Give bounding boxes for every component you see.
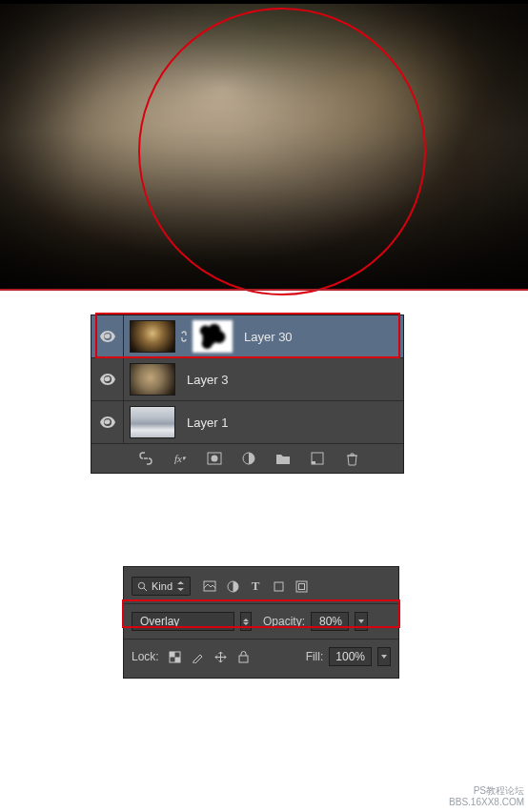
layer-row-3[interactable]: Layer 3 (91, 358, 403, 401)
layer-mask-thumbnail[interactable] (193, 320, 233, 353)
fx-icon[interactable]: fx▾ (172, 450, 189, 467)
lock-buttons (167, 648, 253, 665)
svg-rect-9 (274, 582, 283, 591)
filter-kind-label: Kind (152, 580, 173, 592)
opacity-dropdown[interactable] (355, 612, 368, 631)
eye-icon (100, 331, 115, 342)
layer-thumbnail[interactable] (130, 406, 175, 438)
lock-position-icon[interactable] (213, 648, 230, 665)
lock-fill-row: Lock: Fill: 100% (132, 643, 391, 670)
svg-rect-15 (239, 656, 248, 662)
visibility-toggle[interactable] (91, 401, 124, 443)
layer-filter-buttons: T (201, 578, 310, 595)
blend-mode-select[interactable]: Overlay (132, 612, 234, 631)
opacity-value: 80% (319, 615, 342, 628)
add-mask-icon[interactable] (206, 450, 223, 467)
new-layer-icon[interactable] (309, 450, 326, 467)
search-icon (136, 580, 148, 592)
stepper-icon (176, 582, 184, 590)
divider (124, 639, 398, 639)
layer-row-30[interactable]: Layer 30 (91, 315, 403, 358)
fill-value: 100% (335, 650, 365, 663)
fill-value-field[interactable]: 100% (329, 647, 372, 666)
layer-row-1[interactable]: Layer 1 (91, 401, 403, 444)
svg-rect-10 (296, 581, 307, 592)
svg-point-5 (138, 582, 144, 588)
layer-name-label: Layer 1 (187, 416, 228, 430)
layers-panel-footer: fx▾ (91, 444, 403, 473)
opacity-label: Opacity: (263, 615, 305, 628)
eye-icon (100, 416, 115, 428)
svg-rect-14 (175, 657, 181, 662)
lock-all-icon[interactable] (235, 648, 253, 665)
blend-opacity-row: Overlay Opacity: 80% (132, 608, 391, 635)
lock-transparency-icon[interactable] (167, 648, 184, 665)
watermark: PS教程论坛 BBS.16XX8.COM (449, 785, 524, 808)
canvas-preview (0, 0, 528, 291)
annotation-underline (0, 289, 528, 291)
filter-type-icon[interactable]: T (247, 578, 264, 595)
visibility-toggle[interactable] (91, 315, 124, 357)
blend-mode-stepper[interactable] (240, 612, 252, 631)
layers-panel: Layer 30 Layer 3 Layer 1 fx▾ (91, 315, 404, 474)
filter-shape-icon[interactable] (270, 578, 287, 595)
layer-name-label: Layer 30 (244, 330, 293, 344)
layer-link-icon (177, 320, 191, 353)
layer-name-label: Layer 3 (187, 373, 228, 387)
preview-sky-render (0, 4, 528, 291)
layer-filter-kind[interactable]: Kind (132, 577, 191, 596)
filter-smart-icon[interactable] (293, 578, 310, 595)
svg-point-1 (212, 456, 218, 462)
svg-line-6 (144, 588, 147, 591)
watermark-line1: PS教程论坛 (449, 785, 524, 797)
link-layers-icon[interactable] (137, 450, 154, 467)
opacity-value-field[interactable]: 80% (311, 612, 349, 631)
svg-rect-4 (312, 461, 315, 464)
lock-pixels-icon[interactable] (190, 648, 207, 665)
layer-options-panel: Kind T Overlay Opacity: 80% Lock: (123, 566, 399, 679)
fill-label: Fill: (306, 650, 324, 663)
new-group-icon[interactable] (274, 450, 292, 467)
filter-row: Kind T (132, 573, 391, 599)
visibility-toggle[interactable] (91, 358, 124, 400)
divider (124, 603, 398, 604)
lock-label: Lock: (132, 650, 159, 663)
blend-mode-value: Overlay (140, 615, 179, 628)
filter-adjust-icon[interactable] (224, 578, 241, 595)
eye-icon (100, 374, 115, 385)
adjustment-layer-icon[interactable] (240, 450, 257, 467)
filter-pixel-icon[interactable] (201, 578, 218, 595)
layer-thumbnail[interactable] (130, 320, 175, 353)
layer-thumbnail[interactable] (130, 363, 175, 396)
watermark-line2: BBS.16XX8.COM (449, 797, 524, 808)
delete-layer-icon[interactable] (343, 450, 360, 467)
fill-dropdown[interactable] (377, 647, 391, 666)
svg-rect-13 (170, 652, 175, 658)
svg-rect-11 (298, 583, 304, 589)
